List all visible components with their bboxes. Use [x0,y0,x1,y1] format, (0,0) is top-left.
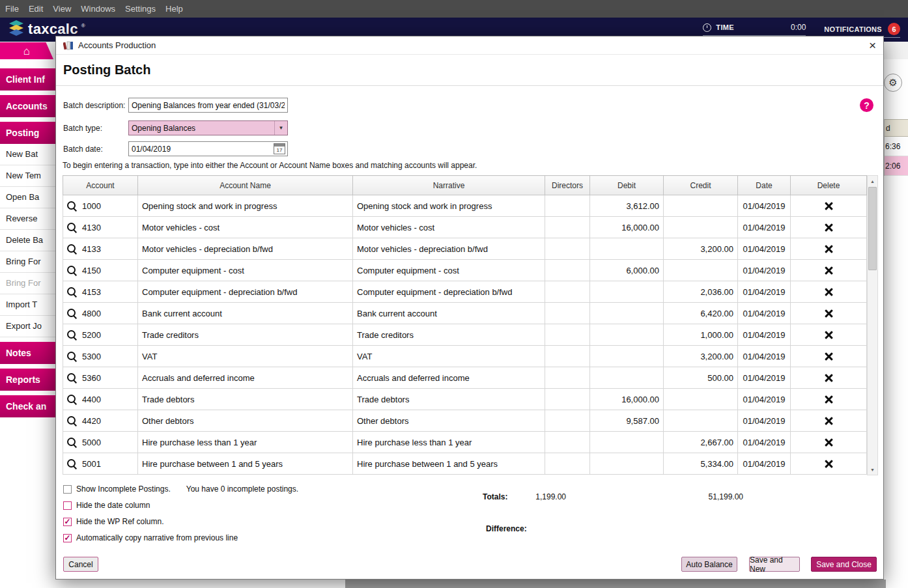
narrative-cell[interactable]: VAT [353,346,545,367]
credit-cell[interactable]: 5,334.00 [664,453,738,475]
directors-cell[interactable] [545,281,590,303]
account-cell[interactable]: 4133 [63,238,138,260]
delete-cell[interactable] [791,367,867,389]
account-cell[interactable]: 4153 [63,281,138,303]
delete-icon[interactable] [824,245,833,254]
account-cell[interactable]: 5000 [63,432,138,453]
account-cell[interactable]: 4130 [63,217,138,238]
directors-cell[interactable] [545,217,590,238]
debit-cell[interactable]: 9,587.00 [590,410,664,432]
account-cell[interactable]: 4800 [63,303,138,324]
delete-cell[interactable] [791,324,867,346]
account-name-cell[interactable]: Computer equipment - depreciation b/fwd [138,281,353,303]
date-cell[interactable]: 01/04/2019 [738,410,791,432]
directors-cell[interactable] [545,410,590,432]
search-icon[interactable] [67,416,77,426]
account-cell[interactable]: 4150 [63,260,138,281]
background-time-row[interactable]: 6:36 [885,137,908,156]
menu-item[interactable]: View [53,4,71,14]
account-cell[interactable]: 1000 [63,195,138,217]
narrative-cell[interactable]: Trade debtors [353,389,545,410]
date-cell[interactable]: 01/04/2019 [738,195,791,217]
narrative-cell[interactable]: Computer equipment - depreciation b/fwd [353,281,545,303]
scroll-down-icon[interactable]: ▼ [868,464,877,475]
search-icon[interactable] [67,330,77,340]
delete-icon[interactable] [824,417,833,426]
narrative-cell[interactable]: Trade creditors [353,324,545,346]
date-cell[interactable]: 01/04/2019 [738,324,791,346]
table-scrollbar[interactable]: ▲ ▼ [867,175,878,475]
debit-cell[interactable]: 16,000.00 [590,389,664,410]
account-name-cell[interactable]: Hire purchase less than 1 year [138,432,353,453]
date-cell[interactable]: 01/04/2019 [738,432,791,453]
menu-item[interactable]: File [5,4,19,14]
background-time-row[interactable]: 2:06 [885,156,908,176]
cancel-button[interactable]: Cancel [63,557,98,572]
debit-cell[interactable] [590,367,664,389]
account-name-cell[interactable]: Hire purchase between 1 and 5 years [138,453,353,475]
account-name-cell[interactable]: Computer equipment - cost [138,260,353,281]
credit-cell[interactable] [664,195,738,217]
search-icon[interactable] [67,395,77,404]
account-name-cell[interactable]: Trade creditors [138,324,353,346]
account-cell[interactable]: 4420 [63,410,138,432]
delete-cell[interactable] [791,389,867,410]
directors-cell[interactable] [545,195,590,217]
credit-cell[interactable] [664,217,738,238]
help-icon[interactable]: ? [860,98,873,112]
search-icon[interactable] [67,223,77,232]
credit-cell[interactable]: 2,036.00 [664,281,738,303]
auto-balance-button[interactable]: Auto Balance [681,557,737,572]
menu-item[interactable]: Help [165,4,183,14]
credit-cell[interactable]: 3,200.00 [664,346,738,367]
date-cell[interactable]: 01/04/2019 [738,238,791,260]
gear-button[interactable]: ⚙ [884,74,902,92]
date-cell[interactable]: 01/04/2019 [738,367,791,389]
hide-wpref-checkbox[interactable]: ✓ [63,518,72,526]
delete-icon[interactable] [824,202,833,211]
search-icon[interactable] [67,287,77,297]
narrative-cell[interactable]: Hire purchase between 1 and 5 years [353,453,545,475]
directors-cell[interactable] [545,238,590,260]
date-cell[interactable]: 01/04/2019 [738,303,791,324]
date-cell[interactable]: 01/04/2019 [738,389,791,410]
search-icon[interactable] [67,309,77,318]
directors-cell[interactable] [545,453,590,475]
credit-cell[interactable] [664,260,738,281]
delete-icon[interactable] [824,223,833,232]
debit-cell[interactable] [590,453,664,475]
save-and-new-button[interactable]: Save and New [749,557,800,572]
delete-cell[interactable] [791,238,867,260]
search-icon[interactable] [67,266,77,275]
date-cell[interactable]: 01/04/2019 [738,217,791,238]
search-icon[interactable] [67,201,77,211]
account-cell[interactable]: 5360 [63,367,138,389]
account-cell[interactable]: 5200 [63,324,138,346]
debit-cell[interactable] [590,238,664,260]
directors-cell[interactable] [545,367,590,389]
delete-icon[interactable] [824,395,833,404]
narrative-cell[interactable]: Accruals and deferred income [353,367,545,389]
batch-date-input[interactable]: 01/04/2019 17 [128,141,288,156]
directors-cell[interactable] [545,432,590,453]
debit-cell[interactable] [590,432,664,453]
scrollbar-thumb[interactable] [868,187,877,270]
directors-cell[interactable] [545,303,590,324]
account-cell[interactable]: 5300 [63,346,138,367]
search-icon[interactable] [67,438,77,447]
date-cell[interactable]: 01/04/2019 [738,346,791,367]
directors-cell[interactable] [545,346,590,367]
narrative-cell[interactable]: Hire purchase less than 1 year [353,432,545,453]
directors-cell[interactable] [545,260,590,281]
menu-item[interactable]: Windows [81,4,115,14]
close-icon[interactable]: × [869,39,876,51]
calendar-icon[interactable]: 17 [274,143,285,154]
credit-cell[interactable]: 2,667.00 [664,432,738,453]
date-cell[interactable]: 01/04/2019 [738,281,791,303]
account-cell[interactable]: 5001 [63,453,138,475]
delete-cell[interactable] [791,281,867,303]
delete-cell[interactable] [791,346,867,367]
show-incomplete-checkbox[interactable] [63,485,72,494]
narrative-cell[interactable]: Motor vehicles - cost [353,217,545,238]
narrative-cell[interactable]: Other debtors [353,410,545,432]
